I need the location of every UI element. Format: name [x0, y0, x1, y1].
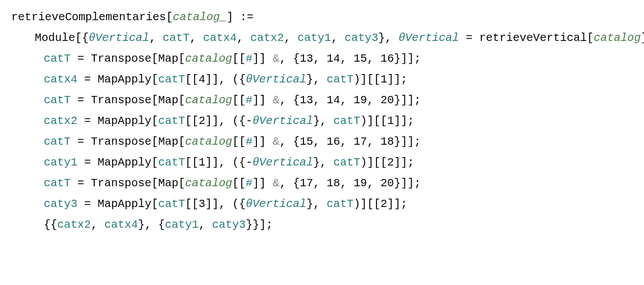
code-line-10: caty3 = MapApply[catT[[3]], ({θVertical}… [11, 194, 633, 214]
code-line-4: catx4 = MapApply[catT[[4]], ({θVertical}… [11, 69, 633, 90]
cl: ] := [227, 11, 254, 24]
var: catT [44, 94, 71, 107]
amp: & [266, 135, 279, 148]
var: catT [326, 197, 353, 210]
var: catT [158, 114, 185, 127]
slot: # [246, 135, 252, 148]
param: catalog_ [173, 11, 227, 24]
var: θVertical [89, 31, 149, 44]
fn-def: retrieveComplementaries[ [11, 11, 173, 24]
code-line-7: catT = Transpose[Map[catalog[[#]] &, {15… [11, 131, 633, 152]
slot: # [246, 177, 252, 190]
var: catT [44, 135, 71, 148]
var: caty1 [165, 218, 199, 231]
arg: catalog [594, 31, 641, 44]
code-line-8: caty1 = MapApply[catT[[1]], ({-θVertical… [11, 152, 633, 173]
module-open: Module[{ [35, 31, 89, 44]
var: catx2 [44, 114, 77, 127]
var: θVertical [252, 114, 313, 127]
var: catT [158, 73, 185, 86]
arg: catalog [185, 135, 232, 148]
var: catT [158, 156, 185, 169]
var: catx4 [203, 31, 237, 44]
var: caty3 [344, 31, 378, 44]
var: catT [158, 197, 185, 210]
arg: catalog [185, 94, 232, 107]
var: θVertical [246, 73, 306, 86]
var: catT [333, 156, 360, 169]
arg: catalog [185, 52, 232, 65]
code-line-3: catT = Transpose[Map[catalog[[#]] &, {13… [11, 48, 633, 69]
var: catx4 [44, 73, 77, 86]
var: catx4 [104, 218, 138, 231]
code-line-2: Module[{θVertical, catT, catx4, catx2, c… [11, 27, 633, 48]
var: caty1 [44, 156, 77, 169]
var: catT [44, 177, 71, 190]
var: caty3 [44, 197, 77, 210]
slot: # [246, 52, 252, 65]
code-line-5: catT = Transpose[Map[catalog[[#]] &, {13… [11, 90, 633, 111]
var: θVertical [398, 31, 459, 44]
var: caty1 [297, 31, 331, 44]
var: caty3 [212, 218, 246, 231]
var: catx2 [250, 31, 284, 44]
var: θVertical [252, 156, 313, 169]
code-line-11: {{catx2, catx4}, {caty1, caty3}}]; [11, 214, 633, 235]
var: catT [333, 114, 360, 127]
var: catT [44, 52, 71, 65]
amp: & [266, 177, 279, 190]
amp: & [266, 52, 279, 65]
var: catT [326, 73, 353, 86]
var: θVertical [246, 197, 306, 210]
var: catT [163, 31, 190, 44]
amp: & [266, 94, 279, 107]
arg: catalog [185, 177, 232, 190]
slot: # [246, 94, 252, 107]
code-line-6: catx2 = MapApply[catT[[2]], ({-θVertical… [11, 111, 633, 131]
code-line-1: retrieveComplementaries[catalog_] := [11, 7, 633, 27]
code-line-9: catT = Transpose[Map[catalog[[#]] &, {17… [11, 173, 633, 194]
var: catx2 [57, 218, 91, 231]
